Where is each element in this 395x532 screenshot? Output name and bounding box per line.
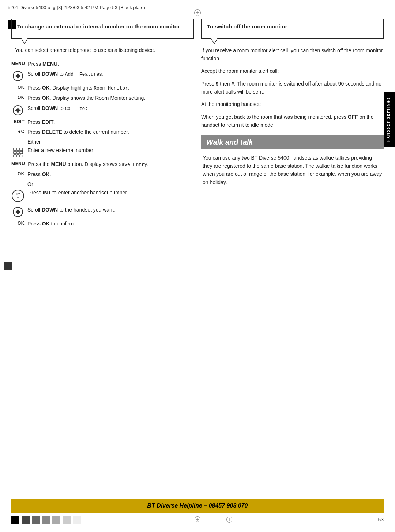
footer-bottom: 53 — [0, 513, 395, 524]
switch-off-title: To switch off the room monitor — [207, 23, 378, 30]
instr-int: INT ⇄ Press INT to enter another handset… — [11, 189, 194, 204]
instr-ok-2: OK Press OK. Display shows the Room Moni… — [11, 95, 194, 102]
label-ok-3: OK — [11, 171, 25, 176]
instr-ok-3: OK Press OK. — [11, 171, 194, 178]
sq-mid — [42, 516, 50, 524]
label-menu-1: MENU — [11, 61, 25, 66]
right-column: To switch off the room monitor If you re… — [201, 19, 384, 495]
svg-rect-16 — [17, 151, 19, 154]
svg-rect-18 — [14, 155, 16, 157]
svg-rect-14 — [20, 148, 23, 151]
sidebar-label: HANDSET SETTINGS — [387, 97, 390, 142]
intro-text: You can select another telephone to use … — [15, 46, 194, 54]
change-number-section: To change an external or internal number… — [11, 19, 194, 39]
text-ok-2: Press OK. Display shows the Room Monitor… — [27, 95, 194, 102]
header-strip: 5201 Diverse5400 u_g [3] 29/8/03 5:42 PM… — [0, 0, 395, 15]
label-ok-4: OK — [11, 220, 25, 226]
text-scroll-1: Scroll DOWN to Add. Features. — [27, 71, 194, 78]
border-right — [391, 15, 391, 513]
right-para-3: When you get back to the room that was b… — [201, 113, 384, 129]
int-icon: INT ⇄ — [11, 189, 25, 204]
text-ok-4: Press OK to confirm. — [27, 220, 194, 228]
text-scroll-3: Scroll DOWN to the handset you want. — [27, 206, 194, 214]
color-squares — [11, 516, 81, 524]
sq-lighter — [73, 516, 81, 524]
monitoring-label: At the monitoring handset: — [201, 100, 384, 108]
text-menu-1: Press MENU. — [28, 61, 194, 68]
svg-point-21 — [12, 190, 24, 202]
instr-menu-2: MENU Press the MENU button. Display show… — [11, 161, 194, 168]
helpline-text: BT Diverse Helpline – 08457 908 070 — [147, 502, 248, 509]
scroll-icon-1 — [11, 71, 25, 81]
instr-ok-4: OK Press OK to confirm. — [11, 220, 194, 228]
text-ok-3: Press OK. — [27, 171, 194, 178]
svg-rect-15 — [14, 151, 16, 154]
svg-point-5 — [17, 75, 19, 77]
scroll-icon-2 — [11, 105, 25, 116]
svg-point-29 — [17, 211, 19, 213]
instr-keypad: Enter a new external number — [11, 147, 194, 158]
registration-square-left — [4, 262, 12, 270]
svg-rect-20 — [20, 155, 23, 157]
left-column: To change an external or internal number… — [11, 19, 194, 495]
instructions-list: MENU Press MENU. — [11, 61, 194, 228]
walk-talk-text: You can use any two BT Diverse 5400 hand… — [201, 154, 384, 187]
sq-mid-dark — [32, 516, 40, 524]
two-columns: To change an external or internal number… — [11, 19, 384, 495]
sq-light — [63, 516, 71, 524]
svg-point-11 — [17, 109, 19, 111]
instr-ok-1: OK Press OK. Display highlights Room Mon… — [11, 84, 194, 92]
text-delete: Press DELETE to delete the current numbe… — [27, 129, 194, 136]
label-ok-1: OK — [11, 84, 25, 90]
svg-text:INT: INT — [16, 193, 20, 195]
svg-rect-13 — [17, 148, 19, 151]
page-number: 53 — [378, 517, 384, 522]
separator-either: Either — [27, 139, 194, 145]
page-wrapper: 5201 Diverse5400 u_g [3] 29/8/03 5:42 PM… — [0, 0, 395, 532]
instr-scroll-2: Scroll DOWN to Call to: — [11, 105, 194, 116]
sidebar-tab: HANDSET SETTINGS — [384, 92, 395, 147]
text-ok-1: Press OK. Display highlights Room Monito… — [27, 84, 194, 92]
svg-text:⇄: ⇄ — [17, 196, 19, 199]
instr-edit: EDIT Press EDIT. — [11, 119, 194, 126]
separator-or: Or — [27, 181, 194, 187]
instr-scroll-3: Scroll DOWN to the handset you want. — [11, 206, 194, 217]
svg-rect-12 — [14, 148, 16, 151]
walk-talk-header: Walk and talk — [201, 135, 384, 149]
callout-inner — [21, 38, 28, 43]
text-int: Press INT to enter another handset numbe… — [28, 189, 194, 197]
text-edit: Press EDIT. — [27, 119, 194, 126]
svg-rect-17 — [20, 151, 23, 154]
intro-content: You can select another telephone to use … — [15, 47, 155, 53]
sq-light-mid — [52, 516, 60, 524]
instr-scroll-1: Scroll DOWN to Add. Features. — [11, 71, 194, 81]
svg-rect-19 — [17, 155, 19, 157]
walk-talk-section: Walk and talk You can use any two BT Div… — [201, 135, 384, 187]
switch-off-section: To switch off the room monitor — [201, 19, 384, 39]
instr-menu-1: MENU Press MENU. — [11, 61, 194, 68]
label-menu-2: MENU — [11, 161, 25, 166]
content-area: To change an external or internal number… — [11, 19, 384, 495]
instr-delete: ◄C Press DELETE to delete the current nu… — [11, 129, 194, 136]
sq-black — [11, 516, 19, 524]
label-ok-2: OK — [11, 95, 25, 100]
change-number-title: To change an external or internal number… — [17, 23, 188, 30]
label-edit: EDIT — [11, 119, 25, 124]
accept-label: Accept the room monitor alert call: — [201, 67, 384, 75]
right-para-2: Press 9 then #. The room monitor is swit… — [201, 80, 384, 96]
text-menu-2: Press the MENU button. Display shows Sav… — [28, 161, 194, 168]
right-para-1: If you receive a room monitor alert call… — [201, 46, 384, 63]
sq-dark — [22, 516, 30, 524]
text-scroll-2: Scroll DOWN to Call to: — [27, 105, 194, 112]
walk-talk-title: Walk and talk — [206, 138, 379, 147]
crosshair-footer — [226, 516, 233, 523]
keypad-icon — [11, 147, 25, 158]
callout-inner-right — [211, 38, 218, 43]
right-content: If you receive a room monitor alert call… — [201, 46, 384, 129]
helpline-bar: BT Diverse Helpline – 08457 908 070 — [11, 499, 384, 513]
footer: BT Diverse Helpline – 08457 908 070 53 — [0, 499, 395, 532]
header-text: 5201 Diverse5400 u_g [3] 29/8/03 5:42 PM… — [8, 5, 145, 10]
text-keypad: Enter a new external number — [27, 147, 194, 154]
scroll-icon-3 — [11, 206, 25, 217]
label-delete: ◄C — [11, 129, 25, 134]
